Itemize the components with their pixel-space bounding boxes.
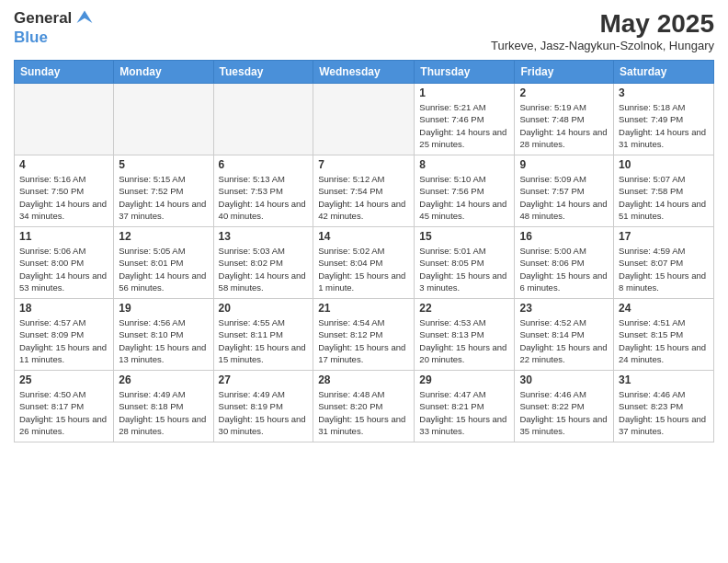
day-number: 18 (19, 302, 108, 315)
calendar-table: Sunday Monday Tuesday Wednesday Thursday… (14, 60, 714, 442)
day-info: Sunrise: 5:18 AM Sunset: 7:49 PM Dayligh… (619, 101, 709, 150)
day-number: 23 (519, 302, 609, 315)
day-info: Sunrise: 4:47 AM Sunset: 8:21 PM Dayligh… (419, 388, 509, 437)
day-info: Sunrise: 5:01 AM Sunset: 8:05 PM Dayligh… (419, 245, 509, 293)
day-info: Sunrise: 5:12 AM Sunset: 7:54 PM Dayligh… (318, 173, 409, 222)
calendar-cell (15, 84, 114, 155)
calendar-week-row: 11Sunrise: 5:06 AM Sunset: 8:00 PM Dayli… (15, 227, 714, 299)
day-number: 4 (19, 158, 108, 171)
day-number: 21 (318, 302, 409, 315)
calendar-cell: 30Sunrise: 4:46 AM Sunset: 8:22 PM Dayli… (515, 371, 614, 442)
day-number: 5 (119, 158, 208, 171)
col-saturday: Saturday (614, 61, 714, 84)
calendar-cell: 21Sunrise: 4:54 AM Sunset: 8:12 PM Dayli… (313, 299, 415, 371)
calendar-cell: 16Sunrise: 5:00 AM Sunset: 8:06 PM Dayli… (515, 227, 614, 299)
calendar-cell: 14Sunrise: 5:02 AM Sunset: 8:04 PM Dayli… (313, 227, 415, 299)
day-info: Sunrise: 4:55 AM Sunset: 8:11 PM Dayligh… (219, 316, 309, 365)
calendar-week-row: 18Sunrise: 4:57 AM Sunset: 8:09 PM Dayli… (15, 299, 714, 371)
day-info: Sunrise: 5:06 AM Sunset: 8:00 PM Dayligh… (19, 245, 108, 293)
svg-marker-0 (77, 10, 93, 23)
col-sunday: Sunday (15, 61, 114, 84)
month-title: May 2025 (491, 9, 714, 39)
calendar-cell: 10Sunrise: 5:07 AM Sunset: 7:58 PM Dayli… (614, 155, 714, 227)
day-info: Sunrise: 4:53 AM Sunset: 8:13 PM Dayligh… (419, 316, 509, 365)
logo-bird-icon (74, 7, 96, 28)
calendar-week-row: 1Sunrise: 5:21 AM Sunset: 7:46 PM Daylig… (15, 84, 714, 155)
calendar-cell: 17Sunrise: 4:59 AM Sunset: 8:07 PM Dayli… (614, 227, 714, 299)
day-info: Sunrise: 4:50 AM Sunset: 8:17 PM Dayligh… (19, 388, 108, 437)
day-number: 16 (519, 230, 609, 243)
day-info: Sunrise: 4:46 AM Sunset: 8:22 PM Dayligh… (519, 388, 609, 437)
logo-blue: Blue (14, 29, 48, 46)
day-number: 31 (619, 373, 709, 386)
day-number: 15 (419, 230, 509, 243)
calendar-cell: 27Sunrise: 4:49 AM Sunset: 8:19 PM Dayli… (213, 371, 313, 442)
day-info: Sunrise: 5:16 AM Sunset: 7:50 PM Dayligh… (19, 173, 108, 222)
calendar-cell: 15Sunrise: 5:01 AM Sunset: 8:05 PM Dayli… (415, 227, 515, 299)
day-info: Sunrise: 4:54 AM Sunset: 8:12 PM Dayligh… (318, 316, 409, 365)
title-block: May 2025 Turkeve, Jasz-Nagykun-Szolnok, … (491, 9, 714, 52)
calendar-cell: 26Sunrise: 4:49 AM Sunset: 8:18 PM Dayli… (114, 371, 213, 442)
calendar-cell: 5Sunrise: 5:15 AM Sunset: 7:52 PM Daylig… (114, 155, 213, 227)
calendar-cell: 4Sunrise: 5:16 AM Sunset: 7:50 PM Daylig… (15, 155, 114, 227)
page: General Blue May 2025 Turkeve, Jasz-Nagy… (0, 0, 728, 563)
day-number: 12 (119, 230, 208, 243)
calendar-cell: 9Sunrise: 5:09 AM Sunset: 7:57 PM Daylig… (515, 155, 614, 227)
calendar-cell: 8Sunrise: 5:10 AM Sunset: 7:56 PM Daylig… (415, 155, 515, 227)
day-info: Sunrise: 5:15 AM Sunset: 7:52 PM Dayligh… (119, 173, 208, 222)
day-info: Sunrise: 4:59 AM Sunset: 8:07 PM Dayligh… (619, 245, 709, 293)
day-number: 3 (619, 86, 709, 99)
calendar-cell: 3Sunrise: 5:18 AM Sunset: 7:49 PM Daylig… (614, 84, 714, 155)
day-number: 8 (419, 158, 509, 171)
day-number: 22 (419, 302, 509, 315)
day-info: Sunrise: 5:03 AM Sunset: 8:02 PM Dayligh… (219, 245, 309, 293)
day-number: 24 (619, 302, 709, 315)
header: General Blue May 2025 Turkeve, Jasz-Nagy… (14, 9, 714, 52)
calendar-week-row: 25Sunrise: 4:50 AM Sunset: 8:17 PM Dayli… (15, 371, 714, 442)
day-info: Sunrise: 5:07 AM Sunset: 7:58 PM Dayligh… (619, 173, 709, 222)
day-number: 2 (519, 86, 609, 99)
day-info: Sunrise: 5:00 AM Sunset: 8:06 PM Dayligh… (519, 245, 609, 293)
day-info: Sunrise: 5:21 AM Sunset: 7:46 PM Dayligh… (419, 101, 509, 150)
calendar-cell: 6Sunrise: 5:13 AM Sunset: 7:53 PM Daylig… (213, 155, 313, 227)
calendar-cell (313, 84, 415, 155)
day-number: 13 (219, 230, 309, 243)
col-tuesday: Tuesday (213, 61, 313, 84)
day-number: 6 (219, 158, 309, 171)
day-info: Sunrise: 4:51 AM Sunset: 8:15 PM Dayligh… (619, 316, 709, 365)
col-friday: Friday (515, 61, 614, 84)
day-number: 30 (519, 373, 609, 386)
calendar-cell (213, 84, 313, 155)
calendar-cell: 11Sunrise: 5:06 AM Sunset: 8:00 PM Dayli… (15, 227, 114, 299)
calendar-cell: 7Sunrise: 5:12 AM Sunset: 7:54 PM Daylig… (313, 155, 415, 227)
day-number: 26 (119, 373, 208, 386)
calendar-cell: 2Sunrise: 5:19 AM Sunset: 7:48 PM Daylig… (515, 84, 614, 155)
calendar-cell: 31Sunrise: 4:46 AM Sunset: 8:23 PM Dayli… (614, 371, 714, 442)
calendar-cell: 19Sunrise: 4:56 AM Sunset: 8:10 PM Dayli… (114, 299, 213, 371)
day-info: Sunrise: 5:13 AM Sunset: 7:53 PM Dayligh… (219, 173, 309, 222)
calendar-cell: 29Sunrise: 4:47 AM Sunset: 8:21 PM Dayli… (415, 371, 515, 442)
calendar-cell (114, 84, 213, 155)
calendar-cell: 20Sunrise: 4:55 AM Sunset: 8:11 PM Dayli… (213, 299, 313, 371)
day-number: 19 (119, 302, 208, 315)
day-info: Sunrise: 4:52 AM Sunset: 8:14 PM Dayligh… (519, 316, 609, 365)
day-info: Sunrise: 4:56 AM Sunset: 8:10 PM Dayligh… (119, 316, 208, 365)
calendar-cell: 23Sunrise: 4:52 AM Sunset: 8:14 PM Dayli… (515, 299, 614, 371)
day-info: Sunrise: 5:19 AM Sunset: 7:48 PM Dayligh… (519, 101, 609, 150)
day-info: Sunrise: 5:09 AM Sunset: 7:57 PM Dayligh… (519, 173, 609, 222)
calendar-cell: 12Sunrise: 5:05 AM Sunset: 8:01 PM Dayli… (114, 227, 213, 299)
day-number: 25 (19, 373, 108, 386)
calendar-cell: 22Sunrise: 4:53 AM Sunset: 8:13 PM Dayli… (415, 299, 515, 371)
day-info: Sunrise: 5:02 AM Sunset: 8:04 PM Dayligh… (318, 245, 409, 293)
logo-general: General (14, 9, 72, 27)
calendar-cell: 25Sunrise: 4:50 AM Sunset: 8:17 PM Dayli… (15, 371, 114, 442)
calendar-cell: 13Sunrise: 5:03 AM Sunset: 8:02 PM Dayli… (213, 227, 313, 299)
day-number: 9 (519, 158, 609, 171)
day-info: Sunrise: 4:57 AM Sunset: 8:09 PM Dayligh… (19, 316, 108, 365)
day-info: Sunrise: 5:10 AM Sunset: 7:56 PM Dayligh… (419, 173, 509, 222)
day-number: 1 (419, 86, 509, 99)
day-info: Sunrise: 4:49 AM Sunset: 8:18 PM Dayligh… (119, 388, 208, 437)
logo: General Blue (14, 9, 96, 47)
location: Turkeve, Jasz-Nagykun-Szolnok, Hungary (491, 39, 714, 52)
day-number: 27 (219, 373, 309, 386)
